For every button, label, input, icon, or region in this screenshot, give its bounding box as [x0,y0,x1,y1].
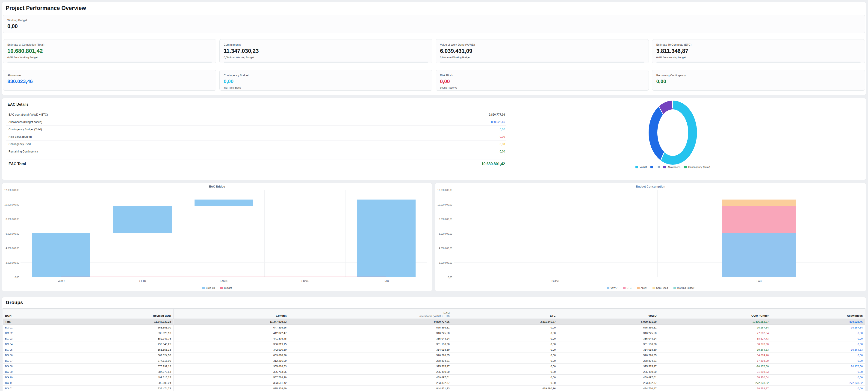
kpi-progress-bar [224,62,428,63]
legend-swatch [650,166,653,168]
cell: 441.375,48 [174,336,289,341]
cell: 575.366,81 [289,325,452,330]
legend-item[interactable]: VoWD [607,286,617,289]
cell-value: 385.044,24 [561,337,657,340]
groups-data-row[interactable]: BG 08375.797,13355.618,53325.515,470,003… [3,364,865,369]
stack-segment [722,206,796,233]
kpi-value: 0,00 [224,78,428,84]
page-title: Project Performance Overview [6,5,86,11]
cell-value: 424.730,47 [561,387,657,390]
legend-item[interactable]: Budget [220,286,231,289]
kpi-progress-bar [7,62,212,63]
cell-value: -272.338,82 [661,382,769,384]
cell-value: 285.460,09 [291,370,450,373]
y-tick-label: 4.000.000,00 [439,247,452,250]
chart-plot [454,190,861,277]
cell: 316.225,50 [289,330,452,336]
groups-data-row[interactable]: BG 01663.553,00647.395,16575.366,810,005… [3,325,865,330]
cell: 385.044,24 [289,336,452,341]
eac-details-section: EAC Details EAC operational (VoWD + ETC)… [2,98,866,180]
kpi-card: Commitments11.347.030,230,0% from Workin… [219,39,433,63]
cell: BG 09 [3,369,58,374]
cell-value: 595.900,24 [60,382,171,384]
legend-label: ETC [627,286,631,289]
cell: 3.811.346,87 [452,319,558,325]
column-header[interactable]: Commit [174,309,289,318]
cell: 272.338,82 [771,380,865,386]
cell-value: 0,00 [455,370,556,373]
legend-item[interactable]: Allowances [663,166,680,168]
cell: 325.515,47 [558,364,659,369]
kpi-value: 11.347.030,23 [224,48,428,54]
groups-data-row[interactable]: BG 01836.474,72895.228,69844.421,23419.6… [3,386,865,391]
y-tick-label: 6.000.000,00 [6,232,19,235]
column-header[interactable]: Allowances [771,309,865,318]
y-tick-label: 12.000.000,00 [4,189,19,192]
column-header[interactable]: VoWD [558,309,659,318]
groups-data-row[interactable]: BG 10499.518,25557.768,29469.697,010,004… [3,374,865,380]
column-header[interactable]: BGH [3,309,58,318]
column-header-sublabel: operational (VoWD + ETC) [291,315,450,317]
cell-value: 263.332,37 [561,382,657,384]
eac-row-label: Risk Block (bound) [8,135,32,138]
cell: 325.515,47 [289,364,452,369]
cell-value: 6.039.431,09 [561,320,657,323]
cell-value: 268.804,21 [561,359,657,362]
legend-swatch [220,287,223,289]
column-header[interactable]: Over / Under [659,309,771,318]
cell: 830.023,46 [771,319,865,325]
legend-item[interactable]: ETC [623,286,631,289]
groups-data-row[interactable]: BG 11595.900,24323.561,42263.332,370,002… [3,380,865,386]
groups-data-row[interactable]: BG 05353.555,13342.690,50334.038,890,003… [3,347,865,353]
cell-value: 334.038,89 [291,348,450,351]
group-name: BG 03 [5,337,55,340]
cell: 20.178,60 [771,364,865,369]
groups-data-row[interactable]: BG 06569.024,50603.698,96570.276,350,005… [3,353,865,358]
legend-item[interactable]: Working Budget [674,286,694,289]
cell: 299.340,25 [58,341,173,347]
eac-detail-row: Contingency used0,00 [6,140,506,148]
cell: 569.024,50 [58,353,173,358]
y-tick-label: 8.000.000,00 [439,218,452,221]
groups-data-row[interactable]: BG 02335.020,13412.322,47316.225,500,003… [3,330,865,336]
cell-value: 11.347.030,23 [60,320,171,323]
legend-item[interactable]: Cont. used [652,286,668,289]
legend-swatch [663,166,666,168]
cell-value: 316.225,50 [561,332,657,334]
groups-total-row[interactable]: Total11.347.030,2311.347.030,239.850.777… [3,319,865,325]
cell: 499.518,25 [58,374,173,380]
group-name: BG 09 [5,370,55,373]
cell: -20.178,60 [659,364,771,369]
legend-item[interactable]: Allow. [637,286,647,289]
cell: -16.157,84 [659,325,771,330]
kpi-label: Working Budget [7,19,861,22]
eac-detail-row: Remaining Contingency0,00 [6,148,506,155]
groups-data-row[interactable]: BG 04299.340,25330.319,15301.106,360,003… [3,341,865,347]
column-header[interactable]: Revised BUD [58,309,173,318]
cell: BG 11 [3,380,58,386]
kpi-card: Estimate at Completion (Total)10.680.801… [3,39,216,63]
cell-value: 325.515,47 [561,365,657,368]
cell: 385.044,24 [558,336,659,341]
group-name: BG 05 [5,348,55,351]
column-header[interactable]: EACoperational (VoWD + ETC) [289,309,452,318]
legend-swatch [623,287,625,289]
legend-item[interactable]: Build-up [203,286,215,289]
cell: 603.698,96 [174,353,289,358]
kpi-card: Remaining Contingency0,00 [652,70,865,91]
legend-swatch [652,287,655,289]
legend-item[interactable]: Contingency (Total) [684,166,710,168]
cell: 469.697,01 [289,374,452,380]
groups-data-row[interactable]: BG 07274.318,00312.216,09268.804,210,002… [3,358,865,364]
kpi-card: Estimate To Complete (ETC)3.811.346,870,… [652,39,865,63]
legend-item[interactable]: VoWD [636,166,647,168]
groups-data-row[interactable]: BG 03382.747,75441.375,48385.044,240,003… [3,336,865,341]
groups-data-row[interactable]: BG 09284.975,63306.783,96285.460,090,002… [3,369,865,374]
cell: 58.627,73 [659,336,771,341]
column-header[interactable]: ETC [452,309,558,318]
cell-value: 37.898,09 [661,359,769,362]
y-tick-label: 6.000.000,00 [439,232,452,235]
legend-item[interactable]: ETC [650,166,660,168]
cell: 375.797,13 [58,364,173,369]
cell: 30.978,90 [659,341,771,347]
